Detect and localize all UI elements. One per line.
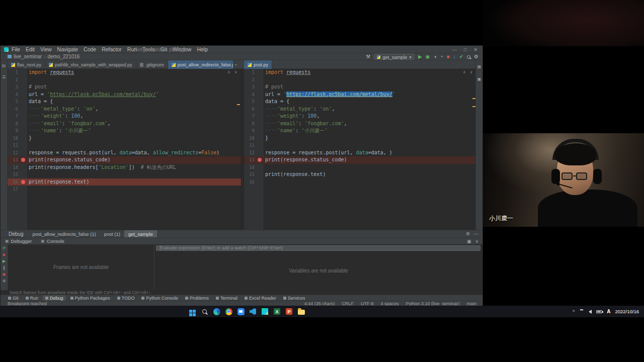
menu-navigate[interactable]: Navigate xyxy=(57,46,78,52)
breakpoint-gutter[interactable] xyxy=(21,186,27,193)
vscode-icon[interactable] xyxy=(248,306,258,317)
code-line[interactable]: 11 xyxy=(8,142,241,149)
edge-icon[interactable] xyxy=(211,306,222,317)
breakpoint-gutter[interactable] xyxy=(21,149,27,157)
profiler-icon[interactable]: ◔ xyxy=(440,53,443,60)
breakpoint-gutter[interactable] xyxy=(21,120,27,128)
breakpoint-gutter[interactable] xyxy=(21,113,27,120)
breakpoint-gutter[interactable] xyxy=(257,142,263,149)
inspection-widget[interactable]: ∧ ∨ xyxy=(463,70,473,74)
tab-post.py[interactable]: post.py xyxy=(244,60,272,69)
tray-overflow-chevron-icon[interactable]: ^ xyxy=(573,309,575,314)
pycharm-icon[interactable] xyxy=(260,306,270,317)
breakpoint-gutter[interactable] xyxy=(257,83,263,91)
toolwindow-problems[interactable]: Problems xyxy=(183,295,211,301)
code-line[interactable]: 8····'email': 'foo@bar.com', xyxy=(8,120,241,128)
project-tool-icon[interactable]: ▤ xyxy=(2,63,6,68)
toolwindow-terminal[interactable]: Terminal xyxy=(213,295,240,301)
close-button[interactable]: ✕ xyxy=(473,47,477,52)
code-line[interactable]: 12response = requests.post(url, data=dat… xyxy=(8,149,241,157)
breakpoint-gutter[interactable] xyxy=(21,142,27,149)
debug-button[interactable]: ◉ xyxy=(426,53,430,60)
breakpoint-gutter[interactable] xyxy=(257,127,263,135)
breakpoint-gutter[interactable] xyxy=(257,113,263,120)
code-line[interactable]: 3# post xyxy=(244,83,476,91)
tab-pathlib_xlsx_sample_with_wrapped.py[interactable]: pathlib_xlsx_sample_with_wrapped.py xyxy=(45,60,136,69)
code-line[interactable]: 15print(response.text) xyxy=(244,171,476,178)
tab-debugger[interactable]: ▣Debugger xyxy=(1,238,36,245)
update-project-icon[interactable]: ↓ xyxy=(453,53,456,60)
breakpoint-gutter[interactable] xyxy=(21,156,27,164)
breakpoint-gutter[interactable] xyxy=(21,76,27,84)
ime-indicator[interactable]: A xyxy=(607,309,610,314)
toolwindow-python-packages[interactable]: Python Packages xyxy=(68,295,113,301)
tab-flas_next.py[interactable]: flas_next.py xyxy=(8,60,45,69)
editor-pane-left[interactable]: 1import requests23# post4url = 'https://… xyxy=(8,69,241,230)
breakpoint-gutter[interactable] xyxy=(257,106,263,113)
code-line[interactable]: 6····'metal_type': 'on', xyxy=(8,106,241,113)
editor-pane-right[interactable]: 1import requests23# post4url = 'https://… xyxy=(244,69,476,230)
breakpoint-gutter[interactable] xyxy=(21,91,27,99)
code-line[interactable]: 2 xyxy=(8,76,241,84)
toolwindow-debug[interactable]: Debug xyxy=(43,295,66,301)
code-line[interactable]: 5data = { xyxy=(244,98,476,106)
menu-code[interactable]: Code xyxy=(84,46,96,52)
layout-settings-icon[interactable]: ▣ xyxy=(467,239,471,244)
breakpoint-gutter[interactable] xyxy=(257,149,263,157)
code-line[interactable]: 16 xyxy=(244,178,476,186)
code-line[interactable]: 14 xyxy=(244,164,476,171)
breakpoint-gutter[interactable] xyxy=(21,83,27,91)
run-config-dropdown[interactable]: get_sample ▾ xyxy=(374,54,415,60)
battery-icon[interactable] xyxy=(596,310,602,313)
breakpoint-gutter[interactable] xyxy=(257,120,263,128)
breakpoint-gutter[interactable] xyxy=(21,69,27,76)
code-line[interactable]: 13print(response.status_code) xyxy=(8,156,241,164)
breadcrumb-item[interactable]: live_seminar xyxy=(14,54,42,59)
wifi-icon[interactable] xyxy=(579,309,584,314)
code-line[interactable]: 17 xyxy=(8,186,241,193)
code-line[interactable]: 14print(response.headers['Location']) # … xyxy=(8,164,241,171)
code-line[interactable]: 2 xyxy=(244,76,476,84)
code-line[interactable]: 3# post xyxy=(8,83,241,91)
code-line[interactable]: 9····'name': '小川慶一' xyxy=(8,127,241,135)
toolwindow-run[interactable]: Run xyxy=(23,295,41,301)
breakpoint-gutter[interactable] xyxy=(257,69,263,76)
code-line[interactable]: 5data = { xyxy=(8,98,241,106)
volume-icon[interactable] xyxy=(589,310,592,314)
toolwindow-git[interactable]: Git xyxy=(6,295,21,301)
breakpoint-gutter[interactable] xyxy=(257,98,263,106)
code-line[interactable]: 6····'metal_type': 'on', xyxy=(244,106,476,113)
stop-icon[interactable]: ■ xyxy=(3,252,6,257)
hidden-tabs-button[interactable]: ⌄ xyxy=(234,61,238,66)
breakpoint-gutter[interactable] xyxy=(21,164,27,171)
code-line[interactable]: 9····'name': '小川慶一' xyxy=(244,127,476,135)
breakpoint-gutter[interactable] xyxy=(21,171,27,178)
structure-tool-icon[interactable]: ☰ xyxy=(2,75,6,79)
debug-session-tab[interactable]: post_allow_redirects_false (1) xyxy=(28,230,100,238)
powerpoint-icon[interactable] xyxy=(284,306,294,317)
debug-settings-icon[interactable]: ⚙ xyxy=(466,231,470,236)
chrome-icon[interactable] xyxy=(223,306,234,317)
notifications-icon[interactable]: ▦ xyxy=(477,64,481,69)
menu-edit[interactable]: Edit xyxy=(26,46,35,52)
clock-date[interactable]: 2022/10/16 xyxy=(615,309,639,314)
code-line[interactable]: 7····'weight': 100, xyxy=(8,113,241,120)
warning-stripe-mark[interactable] xyxy=(237,104,240,105)
code-line[interactable]: 10} xyxy=(8,135,241,142)
breadcrumb-item[interactable]: demo_221016 xyxy=(47,54,79,59)
maximize-button[interactable]: □ xyxy=(464,47,466,52)
settings-icon[interactable]: ⚙ xyxy=(474,53,478,60)
code-line[interactable]: 1import requests xyxy=(244,69,476,76)
breakpoint-gutter[interactable] xyxy=(257,178,263,186)
code-line[interactable]: 13print(response.status_code) xyxy=(244,156,476,164)
run-button[interactable]: ▶ xyxy=(418,53,422,60)
code-line[interactable]: 7····'weight': 100, xyxy=(244,113,476,120)
code-line[interactable]: 12response = requests.post(url, data=dat… xyxy=(244,149,476,157)
pause-icon[interactable]: ∥ xyxy=(3,265,5,270)
menu-view[interactable]: View xyxy=(40,46,52,52)
breakpoint-gutter[interactable] xyxy=(257,135,263,142)
menu-refactor[interactable]: Refactor xyxy=(102,46,122,52)
breakpoint-gutter[interactable] xyxy=(257,91,263,99)
code-line[interactable]: 4url = 'https://flask.pc5bai.com/metal/b… xyxy=(244,91,476,99)
rerun-icon[interactable]: ⟳ xyxy=(3,246,6,251)
